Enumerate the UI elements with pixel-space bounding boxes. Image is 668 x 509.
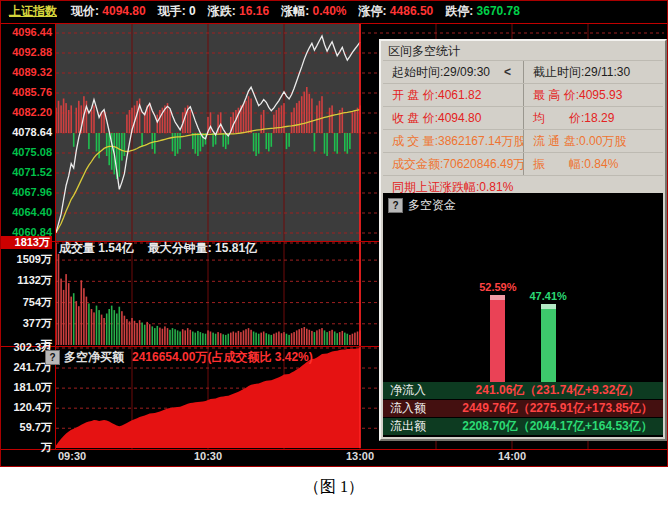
page: 上证指数 现价: 4094.80现手: 0涨跌: 16.16涨幅: 0.40%涨…: [0, 0, 668, 509]
y-axis-label: 4082.20: [1, 106, 52, 119]
stats-row: 成交金额:70620846.49万元振 幅:0.84%: [383, 152, 663, 175]
x-axis-label: 14:00: [498, 450, 526, 462]
flow-bar: [541, 304, 556, 383]
stats-cell: 收 盘 价:4094.80: [383, 107, 523, 129]
y-axis-label: 120.4万: [1, 401, 52, 414]
statistics-grid: 起始时间:29/09:30< >截止时间:29/11:30开 盘 价:4061.…: [383, 60, 663, 198]
max-minute-volume-label: 最大分钟量: 15.81亿: [148, 241, 257, 255]
fund-flow-row: 净流入241.06亿（231.74亿+9.32亿）: [383, 382, 663, 399]
x-axis-label: 09:30: [58, 450, 86, 462]
x-axis: 09:3010:3013:0014:00: [1, 450, 667, 466]
stats-cell: 最 高 价:4095.93: [523, 84, 663, 106]
y-axis-label: 377万: [1, 317, 52, 330]
fund-flow-label: 流出额: [383, 418, 452, 435]
stats-cell: 成交金额:70620846.49万元: [383, 153, 523, 175]
fund-flow-label: 净流入: [383, 382, 452, 399]
fund-flow-value: 241.06亿（231.74亿+9.32亿）: [452, 382, 663, 399]
stats-cell: 截止时间:29/11:30: [523, 61, 663, 83]
stats-cell: 振 幅:0.84%: [523, 153, 663, 175]
y-axis-label: 4085.76: [1, 86, 52, 99]
fund-flow-label: 流入额: [383, 400, 452, 417]
flow-bar-green: 47.41%: [530, 290, 567, 383]
figure-caption: （图 1）: [0, 477, 668, 498]
flow-bar-percent: 47.41%: [530, 290, 567, 302]
stats-cell: 均 价:18.29: [523, 107, 663, 129]
net-buy-label: 多空净买额: [64, 349, 124, 366]
funds-section-header: ? 多空资金: [383, 193, 663, 214]
y-axis-label: 1509万: [1, 253, 52, 266]
panel-title[interactable]: 区间多空统计: [381, 41, 665, 60]
y-axis-label: 4092.88: [1, 46, 52, 59]
x-axis-label: 13:00: [346, 450, 374, 462]
help-icon[interactable]: ?: [45, 350, 60, 365]
stats-cell: 起始时间:29/09:30< >: [383, 61, 523, 83]
y-axis-label: 4089.32: [1, 66, 52, 79]
flow-bar-red: 52.59%: [479, 281, 516, 383]
y-axis-label: 4067.96: [1, 186, 52, 199]
flow-bar-percent: 52.59%: [479, 281, 516, 293]
stats-cell: 开 盘 价:4061.82: [383, 84, 523, 106]
y-axis-label: 181.0万: [1, 381, 52, 394]
y-axis-label: 4078.64: [1, 126, 52, 139]
funds-title: 多空资金: [408, 197, 456, 214]
stats-row: 起始时间:29/09:30< >截止时间:29/11:30: [383, 60, 663, 83]
net-buy-panel-title: ? 多空净买额 2416654.00万(占成交额比 3.42%): [45, 349, 313, 366]
fund-flow-value: 2208.70亿（2044.17亿+164.53亿）: [452, 418, 663, 435]
stats-row: 开 盘 价:4061.82最 高 价:4095.93: [383, 83, 663, 106]
trading-app-window: 上证指数 现价: 4094.80现手: 0涨跌: 16.16涨幅: 0.40%涨…: [0, 0, 668, 467]
inflow-outflow-bar-chart: 52.59%47.41%: [383, 251, 663, 383]
range-statistics-panel: 区间多空统计 起始时间:29/09:30< >截止时间:29/11:30开 盘 …: [379, 39, 667, 441]
y-axis-label: 4096.44: [1, 26, 52, 39]
fund-flow-row: 流入额2449.76亿（2275.91亿+173.85亿）: [383, 400, 663, 417]
fund-flow-row: 流出额2208.70亿（2044.17亿+164.53亿）: [383, 418, 663, 435]
volume-label: 成交量 1.54亿: [59, 241, 134, 255]
stats-row: 成 交 量:3862167.14万股流 通 盘:0.00万股: [383, 129, 663, 152]
y-axis-label: 4075.08: [1, 146, 52, 159]
fund-flow-rows: 净流入241.06亿（231.74亿+9.32亿）流入额2449.76亿（227…: [383, 382, 663, 436]
y-axis-label: 4064.40: [1, 206, 52, 219]
range-prev-next-buttons[interactable]: < >: [504, 65, 523, 79]
stats-row: 收 盘 价:4094.80均 价:18.29: [383, 106, 663, 129]
stats-cell: 成 交 量:3862167.14万股: [383, 130, 523, 152]
y-axis-label: 754万: [1, 296, 52, 309]
stats-cell: 流 通 盘:0.00万股: [523, 130, 663, 152]
funds-section: ? 多空资金 52.59%47.41% 流入流出 净流入241.06亿（231.…: [383, 193, 663, 437]
net-buy-value: 2416654.00万(占成交额比 3.42%): [132, 349, 313, 366]
y-axis-label: 1813万: [1, 236, 52, 249]
help-icon[interactable]: ?: [388, 198, 403, 213]
y-axis-label: 4071.52: [1, 166, 52, 179]
x-axis-label: 10:30: [194, 450, 222, 462]
y-axis-label: 59.7万: [1, 421, 52, 434]
y-axis-label: 1132万: [1, 274, 52, 287]
fund-flow-value: 2449.76亿（2275.91亿+173.85亿）: [452, 400, 663, 417]
flow-bar: [490, 295, 505, 383]
volume-panel-title: 成交量 1.54亿最大分钟量: 15.81亿: [59, 240, 271, 257]
